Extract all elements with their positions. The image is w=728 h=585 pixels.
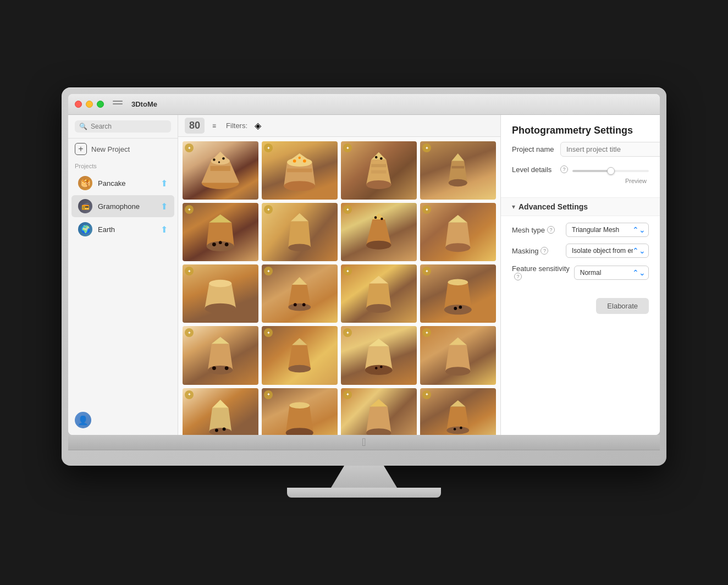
image-cell-4[interactable]: ✦ xyxy=(420,141,496,200)
cake-svg-4 xyxy=(429,148,487,192)
cake-svg-18 xyxy=(271,395,328,435)
project-name-input[interactable] xyxy=(560,142,660,157)
apple-logo-area:  xyxy=(68,435,660,450)
filter-icon-button[interactable]: ◈ xyxy=(251,119,265,133)
level-info-icon[interactable]: ? xyxy=(560,165,568,173)
image-cell-18[interactable]: ✦ xyxy=(262,388,338,435)
sidebar-toggle-icon[interactable] xyxy=(113,101,123,108)
svg-point-4 xyxy=(218,162,220,163)
image-cell-14[interactable]: ✦ xyxy=(262,326,338,384)
svg-point-12 xyxy=(366,180,391,189)
earth-upload-icon[interactable]: ⬆ xyxy=(161,224,168,235)
minimize-button[interactable] xyxy=(86,101,93,108)
pancake-avatar: 🥞 xyxy=(78,176,92,190)
image-cell-19[interactable]: ✦ xyxy=(341,388,417,435)
main-content: 80 ≡ Filters: ◈ xyxy=(178,115,500,435)
masking-row: Masking ? Isolate object from environ...… xyxy=(501,244,660,258)
mesh-type-select[interactable]: Triangular Mesh Quad Mesh xyxy=(566,223,649,237)
toolbar: 80 ≡ Filters: ◈ xyxy=(178,115,500,137)
masking-select[interactable]: Isolate object from environ... None Cust… xyxy=(566,244,649,258)
svg-point-23 xyxy=(289,244,311,252)
image-cell-8[interactable]: ✦ xyxy=(420,203,496,261)
app-body: 🔍 + New Project Projects 🥞 Pancake ⬆ xyxy=(68,115,660,435)
settings-panel: Photogrammetry Settings Project name Lev… xyxy=(500,115,660,435)
gramophone-upload-icon[interactable]: ⬆ xyxy=(161,201,168,212)
chevron-down-icon: ▾ xyxy=(512,203,515,211)
image-cell-10[interactable]: ✦ xyxy=(262,264,338,323)
titlebar: 3DtoMe xyxy=(68,94,660,115)
image-cell-5[interactable]: ✦ xyxy=(183,203,258,261)
svg-point-35 xyxy=(444,305,472,314)
search-input[interactable] xyxy=(91,123,167,130)
filter-icon: ◈ xyxy=(255,120,261,131)
svg-point-36 xyxy=(454,307,457,310)
svg-point-52 xyxy=(447,427,470,434)
image-cell-6[interactable]: ✦ xyxy=(262,203,338,261)
image-cell-2[interactable]: ✦ xyxy=(262,141,338,200)
project-name-row: Project name xyxy=(512,142,649,157)
svg-point-8 xyxy=(293,159,296,163)
image-badge-4: ✦ xyxy=(422,144,431,152)
maximize-button[interactable] xyxy=(97,101,104,108)
image-grid-scroll[interactable]: ✦ xyxy=(178,137,500,435)
svg-point-17 xyxy=(449,179,467,187)
pancake-upload-icon[interactable]: ⬆ xyxy=(161,178,168,189)
image-cell-17[interactable]: ✦ xyxy=(183,388,258,435)
svg-rect-11 xyxy=(287,169,312,173)
list-view-button[interactable]: ≡ xyxy=(208,120,220,132)
mesh-type-info-icon[interactable]: ? xyxy=(547,226,555,234)
preview-label: Preview xyxy=(625,178,647,184)
svg-rect-13 xyxy=(371,164,386,168)
cake-svg-20 xyxy=(429,395,487,435)
earth-name: Earth xyxy=(98,225,155,234)
feature-sensitivity-row: Feature sensitivity ? Normal High Low ⌃⌄ xyxy=(501,264,660,280)
grid-view-button[interactable]: 80 xyxy=(185,118,205,134)
svg-point-6 xyxy=(284,181,316,191)
svg-point-43 xyxy=(375,367,378,369)
svg-rect-5 xyxy=(211,166,230,171)
image-cell-3[interactable]: ✦ xyxy=(341,141,417,200)
cake-svg-11 xyxy=(350,272,407,316)
advanced-settings-title: Advanced Settings xyxy=(519,202,588,211)
level-details-label: Level details xyxy=(512,165,556,174)
image-cell-12[interactable]: ✦ xyxy=(420,264,496,323)
image-cell-11[interactable]: ✦ xyxy=(341,264,417,323)
sidebar-item-earth[interactable]: 🌍 Earth ⬆ xyxy=(71,218,174,240)
advanced-settings-header[interactable]: ▾ Advanced Settings xyxy=(501,197,660,216)
elaborate-button[interactable]: Elaborate xyxy=(596,298,649,314)
monitor-stand-neck xyxy=(331,466,397,488)
image-grid: ✦ xyxy=(183,141,496,435)
cake-svg-16 xyxy=(429,334,487,378)
new-project-button[interactable]: + New Project xyxy=(68,139,178,159)
image-cell-7[interactable]: ✦ xyxy=(341,203,417,261)
close-button[interactable] xyxy=(75,101,82,108)
cake-svg-14 xyxy=(271,334,328,378)
feature-sensitivity-select[interactable]: Normal High Low xyxy=(574,266,649,280)
masking-info-icon[interactable]: ? xyxy=(541,247,548,255)
level-details-slider[interactable] xyxy=(572,170,649,172)
svg-point-27 xyxy=(445,244,470,252)
image-cell-1[interactable]: ✦ xyxy=(183,141,258,200)
feature-sensitivity-info-icon[interactable]: ? xyxy=(514,273,522,280)
image-cell-20[interactable]: ✦ xyxy=(420,388,496,435)
monitor-stand-base xyxy=(287,488,441,498)
svg-point-1 xyxy=(211,157,230,165)
gramophone-name: Gramophone xyxy=(98,202,155,211)
svg-point-24 xyxy=(366,241,391,250)
image-cell-15[interactable]: ✦ xyxy=(341,326,417,384)
svg-point-28 xyxy=(209,279,232,287)
projects-section-label: Projects xyxy=(68,159,178,172)
cake-svg-17 xyxy=(192,395,249,435)
svg-point-10 xyxy=(299,157,301,159)
project-name-section: Project name Level details ? Preview xyxy=(501,142,660,197)
svg-point-45 xyxy=(445,367,470,376)
sidebar-item-pancake[interactable]: 🥞 Pancake ⬆ xyxy=(71,172,174,194)
image-cell-16[interactable]: ✦ xyxy=(420,326,496,384)
user-avatar[interactable]: 👤 xyxy=(75,412,91,428)
image-cell-13[interactable]: ✦ xyxy=(183,326,258,384)
sidebar-item-gramophone[interactable]: 📻 Gramophone ⬆ xyxy=(71,195,174,217)
search-wrapper: 🔍 xyxy=(75,120,171,133)
level-slider-container xyxy=(572,164,649,174)
image-cell-9[interactable]: ✦ xyxy=(183,264,258,323)
svg-point-48 xyxy=(223,427,226,431)
